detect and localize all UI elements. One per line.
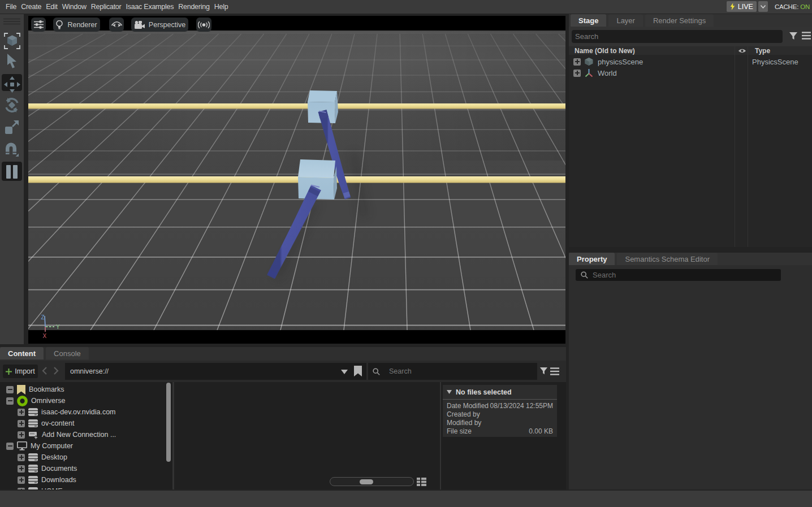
svg-text:Z: Z	[41, 314, 45, 320]
svg-text:X: X	[43, 333, 47, 339]
svg-text:Y: Y	[56, 324, 60, 330]
